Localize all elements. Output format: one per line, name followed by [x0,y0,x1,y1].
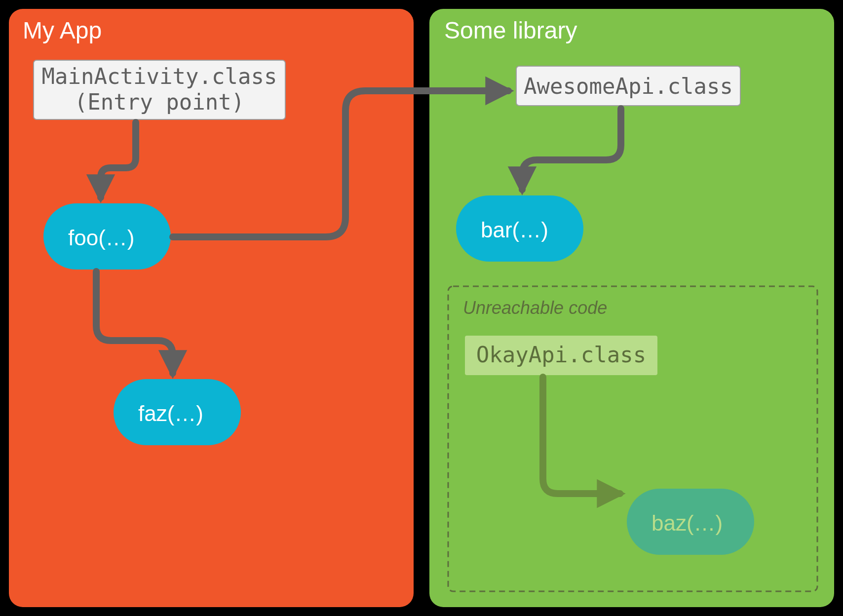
okay-api-label: OkayApi.class [476,342,646,367]
unreachable-title: Unreachable code [463,298,607,318]
node-foo-label: foo(…) [68,226,134,250]
node-faz-label: faz(…) [138,401,203,425]
panel-some-library-title: Some library [444,17,577,43]
panel-my-app: My App MainActivity.class (Entry point) … [9,9,414,607]
node-faz: faz(…) [114,379,241,445]
node-bar-label: bar(…) [481,218,548,242]
panel-some-library: Some library AwesomeApi.class bar(…) Unr… [429,9,834,607]
node-baz-label: baz(…) [651,511,723,535]
node-foo: foo(…) [43,203,171,270]
node-awesome-api: AwesomeApi.class [516,66,740,106]
main-activity-line1: MainActivity.class [42,64,277,89]
main-activity-line2: (Entry point) [75,89,244,115]
diagram-root: My App MainActivity.class (Entry point) … [0,0,843,616]
node-main-activity: MainActivity.class (Entry point) [34,60,285,119]
node-okay-api: OkayApi.class [465,336,657,375]
node-baz: baz(…) [627,489,754,555]
panel-my-app-title: My App [23,17,102,43]
node-bar: bar(…) [456,195,583,262]
awesome-api-label: AwesomeApi.class [524,74,733,99]
